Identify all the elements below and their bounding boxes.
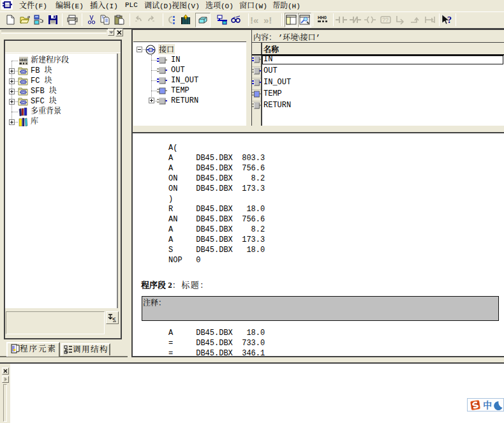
svg-text:??: ??	[382, 17, 389, 23]
svg-text:HH0: HH0	[318, 15, 327, 20]
svg-text:?: ?	[447, 15, 452, 25]
svg-text:!«: !«	[250, 15, 258, 25]
svg-text:HH0: HH0	[20, 58, 28, 62]
svg-text:»!: »!	[263, 15, 272, 25]
